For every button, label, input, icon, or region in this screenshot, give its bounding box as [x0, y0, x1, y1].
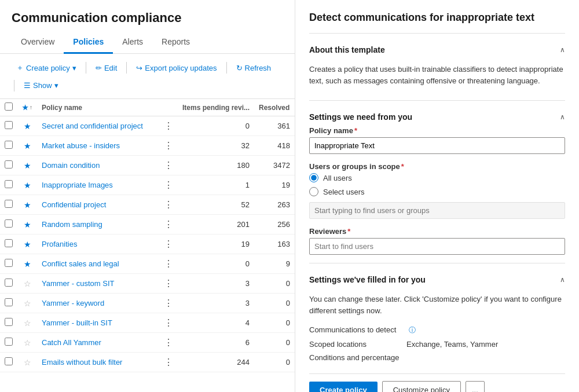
row-more-icon[interactable]: ⋮	[164, 180, 173, 190]
row-dots[interactable]: ⋮	[159, 116, 178, 136]
show-button[interactable]: ☰ Show ▾	[19, 78, 63, 93]
row-dots[interactable]: ⋮	[159, 175, 178, 195]
export-button[interactable]: ↪ Export policy updates	[131, 61, 221, 75]
row-star-cell[interactable]: ★	[17, 254, 37, 274]
row-star-cell[interactable]: ☆	[17, 333, 37, 353]
items-pending-header[interactable]: Items pending revi...	[178, 99, 254, 116]
row-checkbox[interactable]	[5, 239, 13, 247]
row-dots[interactable]: ⋮	[159, 274, 178, 294]
star-icon[interactable]: ★	[24, 200, 31, 210]
info-icon[interactable]: ⓘ	[409, 325, 416, 335]
row-dots[interactable]: ⋮	[159, 313, 178, 333]
row-dots[interactable]: ⋮	[159, 254, 178, 274]
tab-reports[interactable]: Reports	[152, 31, 199, 54]
row-policy-name[interactable]: Inappropriate Images	[37, 175, 159, 195]
row-star-cell[interactable]: ★	[17, 136, 37, 156]
star-icon[interactable]: ★	[24, 141, 31, 151]
row-dots[interactable]: ⋮	[159, 195, 178, 215]
users-search-input[interactable]	[309, 202, 565, 219]
row-policy-name[interactable]: Profanities	[37, 235, 159, 254]
reviewers-input[interactable]	[309, 238, 565, 255]
row-policy-name[interactable]: Random sampling	[37, 215, 159, 235]
row-more-icon[interactable]: ⋮	[164, 239, 173, 249]
radio-all-users[interactable]: All users	[309, 173, 565, 182]
row-more-icon[interactable]: ⋮	[164, 298, 173, 308]
row-checkbox[interactable]	[5, 357, 13, 365]
refresh-button[interactable]: ↻ Refresh	[232, 61, 276, 75]
row-star-cell[interactable]: ☆	[17, 294, 37, 313]
row-dots[interactable]: ⋮	[159, 235, 178, 254]
resolved-header[interactable]: Resolved	[254, 99, 295, 116]
row-dots[interactable]: ⋮	[159, 294, 178, 313]
row-policy-name[interactable]: Yammer - custom SIT	[37, 274, 159, 294]
row-policy-name[interactable]: Conflict sales and legal	[37, 254, 159, 274]
row-more-icon[interactable]: ⋮	[164, 141, 173, 151]
select-all-checkbox[interactable]	[5, 102, 13, 111]
star-icon[interactable]: ☆	[24, 338, 31, 347]
settings-section-header[interactable]: Settings we need from you ∧	[309, 108, 565, 126]
row-dots[interactable]: ⋮	[159, 156, 178, 175]
star-icon[interactable]: ★	[24, 122, 31, 131]
star-icon[interactable]: ★	[24, 181, 31, 190]
row-star-cell[interactable]: ★	[17, 215, 37, 235]
policy-name-header[interactable]: Policy name	[37, 99, 159, 116]
star-icon[interactable]: ★	[24, 220, 31, 229]
customize-policy-button[interactable]: Customize policy	[382, 381, 461, 392]
row-star-cell[interactable]: ☆	[17, 313, 37, 333]
radio-select-users-input[interactable]	[309, 187, 318, 196]
create-policy-button[interactable]: ＋ Create policy ▾	[12, 60, 81, 76]
row-checkbox[interactable]	[5, 121, 13, 129]
filled-section-header[interactable]: Settings we've filled in for you ∧	[309, 270, 565, 289]
row-star-cell[interactable]: ★	[17, 116, 37, 136]
row-dots[interactable]: ⋮	[159, 215, 178, 235]
row-more-icon[interactable]: ⋮	[164, 338, 173, 347]
row-more-icon[interactable]: ⋮	[164, 259, 173, 269]
row-dots[interactable]: ⋮	[159, 136, 178, 156]
row-checkbox[interactable]	[5, 180, 13, 188]
row-star-cell[interactable]: ★	[17, 175, 37, 195]
row-more-icon[interactable]: ⋮	[164, 121, 173, 131]
row-more-icon[interactable]: ⋮	[164, 357, 173, 367]
row-policy-name[interactable]: Domain condition	[37, 156, 159, 175]
star-icon[interactable]: ☆	[24, 318, 31, 328]
star-sort-header[interactable]: ★ ↑	[17, 99, 37, 116]
star-icon[interactable]: ☆	[24, 299, 31, 308]
row-star-cell[interactable]: ★	[17, 156, 37, 175]
radio-all-users-input[interactable]	[309, 173, 318, 182]
row-dots[interactable]: ⋮	[159, 333, 178, 353]
row-star-cell[interactable]: ★	[17, 235, 37, 254]
policy-name-input[interactable]	[309, 137, 565, 154]
about-section-header[interactable]: About this template ∧	[309, 41, 565, 59]
row-more-icon[interactable]: ⋮	[164, 219, 173, 229]
row-checkbox[interactable]	[5, 219, 13, 228]
row-policy-name[interactable]: Confidential project	[37, 195, 159, 215]
row-dots[interactable]: ⋮	[159, 353, 178, 372]
star-icon[interactable]: ★	[24, 259, 31, 269]
row-star-cell[interactable]: ☆	[17, 353, 37, 372]
tab-alerts[interactable]: Alerts	[113, 31, 152, 54]
row-checkbox[interactable]	[5, 141, 13, 149]
row-star-cell[interactable]: ☆	[17, 274, 37, 294]
more-options-button[interactable]: ...	[466, 381, 485, 392]
row-more-icon[interactable]: ⋮	[164, 318, 173, 328]
star-icon[interactable]: ★	[24, 161, 31, 170]
row-more-icon[interactable]: ⋮	[164, 160, 173, 170]
row-star-cell[interactable]: ★	[17, 195, 37, 215]
row-checkbox[interactable]	[5, 279, 13, 287]
star-icon[interactable]: ☆	[24, 279, 31, 288]
row-checkbox[interactable]	[5, 298, 13, 306]
row-more-icon[interactable]: ⋮	[164, 279, 173, 288]
star-icon[interactable]: ☆	[24, 358, 31, 367]
radio-select-users[interactable]: Select users	[309, 187, 565, 196]
row-checkbox[interactable]	[5, 338, 13, 346]
tab-policies[interactable]: Policies	[64, 31, 113, 54]
row-policy-name[interactable]: Market abuse - insiders	[37, 136, 159, 156]
row-policy-name[interactable]: Secret and confidential project	[37, 116, 159, 136]
row-more-icon[interactable]: ⋮	[164, 200, 173, 210]
row-policy-name[interactable]: Catch All Yammer	[37, 333, 159, 353]
tab-overview[interactable]: Overview	[12, 31, 64, 54]
create-policy-submit-button[interactable]: Create policy	[309, 382, 378, 392]
row-policy-name[interactable]: Yammer - built-in SIT	[37, 313, 159, 333]
row-policy-name[interactable]: Yammer - keyword	[37, 294, 159, 313]
edit-button[interactable]: ✏ Edit	[91, 61, 122, 75]
